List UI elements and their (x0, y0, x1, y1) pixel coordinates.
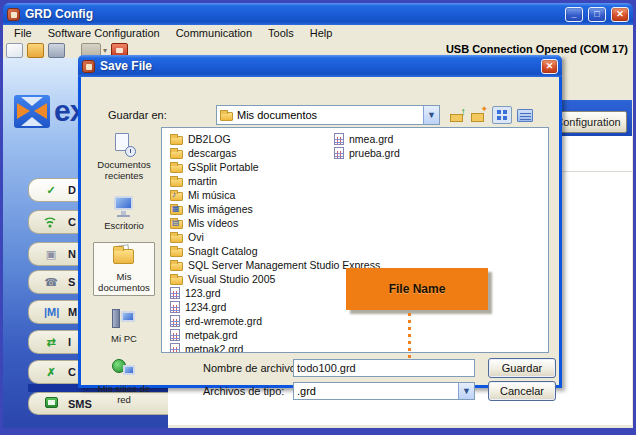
dialog-icon (82, 60, 95, 73)
filename-label: Nombre de archivo: (203, 362, 299, 374)
videos-folder-icon: ▤ (170, 220, 183, 229)
crossing-arrows-icon: ✗ (44, 365, 58, 379)
folder-icon (170, 276, 183, 285)
main-titlebar[interactable]: GRD Config _ □ ✕ (3, 3, 633, 25)
save-in-combobox[interactable]: Mis documentos ▼ (216, 105, 440, 125)
view-menu-icon[interactable] (492, 106, 512, 124)
folder-icon (170, 234, 183, 243)
dialog-titlebar[interactable]: Save File ✕ (78, 55, 562, 77)
document-check-icon: ✓ (44, 183, 58, 197)
my-pc-icon (111, 307, 137, 331)
app-icon (7, 8, 20, 21)
folder-icon (170, 262, 183, 271)
grd-file-icon (170, 343, 180, 353)
close-button[interactable]: ✕ (611, 7, 629, 22)
menubar: File Software Configuration Communicatio… (3, 25, 633, 40)
exemys-logo: ex (14, 94, 85, 128)
minimize-button[interactable]: _ (565, 7, 583, 22)
network-icon (111, 357, 137, 381)
callout-dotted-line (408, 313, 411, 359)
save-file-icon[interactable] (48, 43, 65, 58)
folder-icon (170, 164, 183, 173)
dialog-close-button[interactable]: ✕ (541, 59, 558, 74)
grd-file-icon (334, 147, 344, 159)
music-folder-icon: ♪ (170, 192, 183, 201)
exemys-logo-icon (14, 95, 50, 128)
cancel-button[interactable]: Cancelar (488, 381, 556, 401)
file-item[interactable]: nmea.grd (334, 132, 400, 146)
folder-icon (220, 112, 233, 121)
connection-status: USB Connection Opened (COM 17) (446, 43, 628, 55)
maximize-button[interactable]: □ (588, 7, 606, 22)
menu-tools[interactable]: Tools (261, 27, 301, 39)
dialog-title: Save File (100, 59, 536, 73)
envelope-icon (44, 397, 58, 411)
save-file-dialog: Save File ✕ Guardar en: Mis documentos ▼… (78, 55, 562, 388)
place-network[interactable]: Mis sitios de red (93, 355, 155, 407)
device-box-icon: ▣ (44, 247, 58, 261)
details-view-icon[interactable] (517, 109, 533, 122)
file-item[interactable]: ▦Mis imágenes (170, 202, 380, 216)
file-item[interactable]: metpak.grd (170, 328, 380, 342)
file-list[interactable]: DB2LOG descargas GSplit Portable martin … (161, 127, 549, 353)
grd-file-icon (170, 329, 180, 341)
save-in-label: Guardar en: (108, 109, 167, 121)
up-one-level-icon[interactable]: ↑ (450, 108, 466, 122)
file-item[interactable]: SnagIt Catalog (170, 244, 380, 258)
grd-config-window: GRD Config _ □ ✕ File Software Configura… (0, 0, 636, 435)
file-name-callout: File Name (346, 268, 488, 310)
place-recent-documents[interactable]: Documentos recientes (93, 131, 155, 183)
file-item[interactable]: GSplit Portable (170, 160, 380, 174)
chevron-down-icon[interactable]: ▼ (458, 383, 474, 399)
phone-icon: ☎ (44, 275, 58, 289)
folder-icon (170, 248, 183, 257)
file-item[interactable]: erd-wremote.grd (170, 314, 380, 328)
place-my-pc[interactable]: Mi PC (93, 305, 155, 346)
open-file-icon[interactable] (27, 43, 44, 58)
menu-help[interactable]: Help (303, 27, 340, 39)
new-file-icon[interactable] (6, 43, 23, 58)
folder-icon (170, 136, 183, 145)
folder-icon (170, 178, 183, 187)
filename-input[interactable] (293, 359, 475, 377)
file-item[interactable]: ▤Mis vídeos (170, 216, 380, 230)
dialog-toolbar: ↑ ✦ (450, 105, 533, 125)
modbus-icon: |M| (44, 305, 58, 319)
my-documents-icon (111, 245, 137, 269)
grd-file-icon (170, 315, 180, 327)
wireless-signal-icon (44, 216, 58, 228)
dialog-body: Guardar en: Mis documentos ▼ ↑ ✦ Documen… (78, 77, 562, 388)
recent-documents-icon (111, 133, 137, 157)
file-item[interactable]: martin (170, 174, 380, 188)
new-folder-icon[interactable]: ✦ (471, 108, 487, 122)
place-desktop[interactable]: Escritorio (93, 192, 155, 233)
device-dropdown-icon[interactable]: ▾ (103, 46, 107, 55)
places-bar: Documentos recientes Escritorio Mis docu… (91, 127, 157, 353)
save-in-value: Mis documentos (237, 109, 317, 121)
pictures-folder-icon: ▦ (170, 206, 183, 215)
filetype-value: .grd (297, 385, 316, 397)
file-item[interactable]: Ovi (170, 230, 380, 244)
menu-file[interactable]: File (7, 27, 39, 39)
folder-icon (170, 150, 183, 159)
menu-software-configuration[interactable]: Software Configuration (41, 27, 167, 39)
file-item[interactable]: prueba.grd (334, 146, 400, 160)
desktop-icon (111, 194, 137, 218)
transfer-arrows-icon: ⇄ (44, 335, 58, 349)
file-item[interactable]: ♪Mi música (170, 188, 380, 202)
filetype-label: Archivos de tipo: (203, 385, 284, 397)
chevron-down-icon[interactable]: ▼ (423, 106, 439, 124)
file-item[interactable]: metpak2.grd (170, 342, 380, 353)
save-button[interactable]: Guardar (488, 358, 556, 378)
grd-file-icon (334, 133, 344, 145)
place-my-documents[interactable]: Mis documentos (93, 242, 155, 296)
menu-communication[interactable]: Communication (169, 27, 259, 39)
grd-file-icon (170, 287, 180, 299)
grd-file-icon (170, 301, 180, 313)
window-title: GRD Config (25, 7, 560, 21)
filetype-combobox[interactable]: .grd ▼ (293, 382, 475, 400)
